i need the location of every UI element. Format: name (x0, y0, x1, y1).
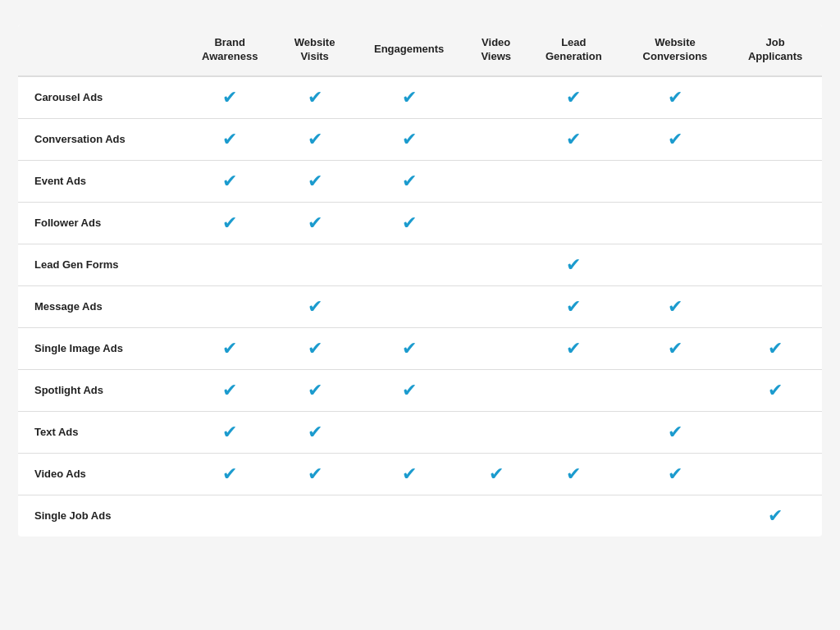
checkmark-icon (222, 172, 237, 190)
cell-job_applicants (728, 495, 822, 536)
row-label: Single Job Ads (18, 495, 182, 536)
checkmark-icon (222, 340, 237, 358)
cell-website_visits (277, 285, 351, 327)
cell-video_views (466, 453, 526, 495)
cell-lead_generation (526, 453, 622, 495)
checkmark-icon (402, 172, 417, 190)
comparison-table: BrandAwarenessWebsiteVisitsEngagementsVi… (18, 25, 822, 536)
checkmark-icon (222, 130, 237, 148)
table-body: Carousel AdsConversation AdsEvent AdsFol… (18, 76, 822, 536)
cell-website_visits (277, 202, 351, 244)
cell-website_conversions (622, 453, 729, 495)
row-label: Single Image Ads (18, 327, 182, 369)
table-row: Text Ads (18, 411, 822, 453)
cell-lead_generation (526, 285, 622, 327)
cell-website_conversions (622, 244, 729, 285)
cell-engagements (352, 453, 467, 495)
cell-engagements (352, 411, 467, 453)
cell-job_applicants (728, 160, 822, 202)
checkmark-icon (768, 381, 783, 399)
row-label: Message Ads (18, 285, 182, 327)
cell-engagements (352, 76, 467, 119)
cell-website_visits (277, 160, 351, 202)
cell-video_views (466, 160, 526, 202)
table-row: Message Ads (18, 285, 822, 327)
checkmark-icon (222, 381, 237, 399)
checkmark-icon (566, 298, 581, 316)
checkmark-icon (308, 423, 322, 441)
cell-job_applicants (728, 411, 822, 453)
cell-lead_generation (526, 495, 622, 536)
cell-lead_generation (526, 76, 622, 119)
cell-lead_generation (526, 369, 622, 411)
checkmark-icon (668, 465, 682, 483)
row-label: Event Ads (18, 160, 182, 202)
header-col-website_visits: WebsiteVisits (277, 25, 351, 76)
checkmark-icon (402, 214, 417, 232)
header-col-engagements: Engagements (352, 25, 467, 76)
cell-engagements (352, 285, 467, 327)
cell-website_visits (277, 369, 351, 411)
checkmark-icon (308, 130, 322, 148)
cell-job_applicants (728, 76, 822, 119)
cell-engagements (352, 495, 467, 536)
cell-video_views (466, 411, 526, 453)
checkmark-icon (402, 340, 417, 358)
header-label-cell (18, 25, 182, 76)
cell-brand_awareness (182, 411, 277, 453)
cell-website_visits (277, 244, 351, 285)
cell-video_views (466, 327, 526, 369)
cell-lead_generation (526, 411, 622, 453)
cell-engagements (352, 244, 467, 285)
table-row: Conversation Ads (18, 118, 822, 160)
cell-video_views (466, 369, 526, 411)
cell-website_conversions (622, 160, 729, 202)
checkmark-icon (768, 507, 783, 525)
row-label: Lead Gen Forms (18, 244, 182, 285)
cell-brand_awareness (182, 160, 277, 202)
checkmark-icon (668, 298, 682, 316)
cell-website_visits (277, 327, 351, 369)
cell-website_conversions (622, 285, 729, 327)
table-row: Lead Gen Forms (18, 244, 822, 285)
cell-brand_awareness (182, 495, 277, 536)
cell-job_applicants (728, 118, 822, 160)
checkmark-icon (308, 340, 322, 358)
cell-brand_awareness (182, 369, 277, 411)
row-label: Text Ads (18, 411, 182, 453)
checkmark-icon (308, 298, 322, 316)
cell-brand_awareness (182, 202, 277, 244)
header-col-job_applicants: JobApplicants (728, 25, 822, 76)
checkmark-icon (489, 465, 504, 483)
cell-brand_awareness (182, 76, 277, 119)
cell-website_visits (277, 411, 351, 453)
cell-engagements (352, 160, 467, 202)
checkmark-icon (668, 89, 682, 107)
cell-job_applicants (728, 327, 822, 369)
cell-brand_awareness (182, 118, 277, 160)
cell-engagements (352, 202, 467, 244)
header-col-website_conversions: WebsiteConversions (622, 25, 729, 76)
checkmark-icon (308, 465, 322, 483)
cell-website_conversions (622, 495, 729, 536)
table-row: Event Ads (18, 160, 822, 202)
cell-video_views (466, 118, 526, 160)
table-row: Carousel Ads (18, 76, 822, 119)
checkmark-icon (768, 340, 783, 358)
cell-job_applicants (728, 453, 822, 495)
cell-website_visits (277, 495, 351, 536)
cell-brand_awareness (182, 244, 277, 285)
cell-engagements (352, 369, 467, 411)
checkmark-icon (308, 381, 322, 399)
checkmark-icon (222, 89, 237, 107)
cell-video_views (466, 495, 526, 536)
checkmark-icon (308, 214, 322, 232)
cell-website_conversions (622, 76, 729, 119)
cell-job_applicants (728, 244, 822, 285)
cell-job_applicants (728, 369, 822, 411)
table-row: Video Ads (18, 453, 822, 495)
checkmark-icon (308, 89, 322, 107)
cell-website_conversions (622, 411, 729, 453)
checkmark-icon (566, 465, 581, 483)
cell-website_conversions (622, 327, 729, 369)
